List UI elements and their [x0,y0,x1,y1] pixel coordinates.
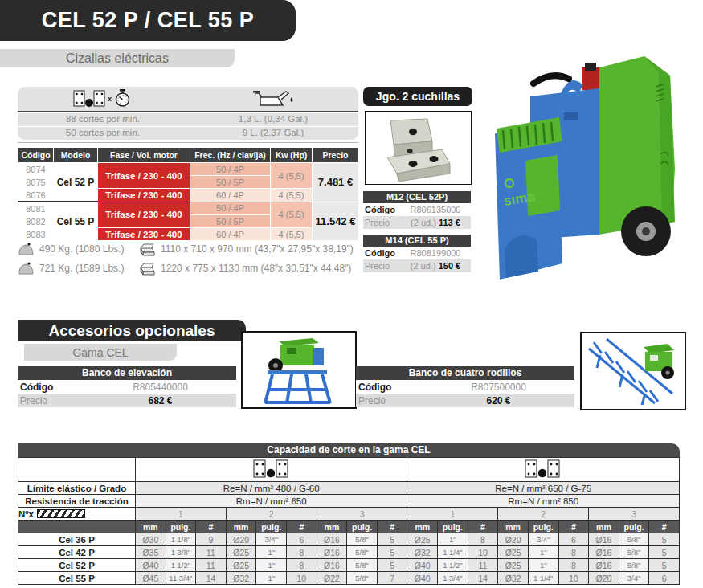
capacity-row-cel42p: Cel 42 P Ø351 3/8"11 Ø251"8 Ø165/8"5 Ø32… [18,546,680,559]
machine-icons-row [18,458,680,482]
frec-cell: 50 / 4P [190,163,271,176]
physical-specs: 490 Kg. (1080 Lbs.) 1110 x 710 x 970 mm … [18,239,358,278]
blade-precio-row: Precio (2 ud.) 150 € [363,259,471,272]
unit-header-row: mmpulg.# mmpulg.# mmpulg.# mmpulg.# mmpu… [18,521,680,533]
capacity-cell: 5 [377,533,407,546]
page-title: CEL 52 P / CEL 55 P [0,0,296,41]
precio-cell: 11.542 € [313,202,359,241]
fase-cell: Trifase / 230 - 400 [98,202,190,228]
modelo-cell: Cel 52 P [54,163,98,202]
empty-cell [18,521,136,533]
unit-number: # [558,521,589,533]
unit-number: # [468,521,498,533]
capacity-cell: 5/8" [347,559,378,572]
dimensions-box-icon [137,261,156,276]
capacity-cell: 1" [528,559,558,572]
frec-cell: 60 / 4P [190,189,271,202]
unit-pulg: pulg. [528,521,558,533]
cuts-value: 50 cortes por min. [18,127,188,140]
spec-table: Código Modelo Fase / Vol. motor Frec. (H… [18,147,359,241]
tensile-strength-row: Resistencia de tracción Rm=N / mm² 650 R… [18,495,680,508]
unit-mm: mm [226,521,256,533]
codigo-value: R807500000 [423,382,574,393]
capacity-cell: 10 [287,572,317,585]
accessory-card-rodillos: Banco de cuatro rodillos Código R8075000… [356,366,574,407]
capacity-cell: 5/8" [619,546,649,559]
accessories-subtitle-text: Gama CEL [72,346,128,359]
blade-card-m14: M14 (CEL 55 P) Código R808199000 Precio … [363,235,471,272]
cuts-value: 88 cortes por min. [18,113,188,126]
capacity-cell: 5 [649,546,680,559]
accessory-precio-row: Precio 682 € [18,394,236,407]
kw-cell: 4 (5,5) [271,189,313,202]
capacity-cell: 8 [287,559,317,572]
capacity-cell: 3/4" [528,533,558,546]
capacity-cell: 1" [438,533,468,546]
spec-row: 8074 Cel 52 P Trifase / 230 - 400 50 / 4… [18,163,359,176]
capacity-cell: 1" [256,572,287,585]
precio-label: Precio [363,218,400,227]
weight-icon [18,261,35,276]
capacity-cell: 14 [196,572,227,585]
blade-card-m12: M12 (CEL 52P) Código R806135000 Precio (… [363,191,471,229]
precio-label: Precio [18,395,84,406]
capacity-cell: Ø45 [136,572,166,585]
physical-row: 721 Kg. (1589 Lbs.) 1220 x 775 x 1130 mm… [18,259,358,278]
capacity-cell: 1 3/4" [438,572,468,585]
bar-count-label: Nºx [18,508,136,521]
col-precio: Precio [313,148,359,163]
capacity-cell: 1 1/2" [438,559,468,572]
blades-title-text: Jgo. 2 cuchillas [376,90,460,103]
page-title-text: CEL 52 P / CEL 55 P [42,8,255,33]
elastic-limit-label: Límite elástico / Grado [18,482,136,495]
unit-mm: mm [136,521,166,533]
model-label: Cel 52 P [18,559,136,572]
unit-pulg: pulg. [256,521,287,533]
unit-mm: mm [407,521,438,533]
unit-number: # [287,521,317,533]
codigo-label: Código [18,382,84,393]
capacity-cell: Ø32 [407,546,438,559]
capacity-cell: Ø16 [589,559,619,572]
tensile-strength-label: Resistencia de tracción [18,495,136,508]
fuel-capacity-icon [188,89,358,108]
capacity-cell: 5 [377,559,407,572]
capacity-cell: Ø20 [589,572,619,585]
rebar-sections-icon [407,458,680,482]
unit-number: # [649,521,680,533]
capacity-row-cel55p: Cel 55 P Ø4511 3/4"14 Ø321"10 Ø225/8"7 Ø… [18,572,680,585]
codigo-cell: 8076 [18,189,54,202]
capacity-cell: Ø22 [317,572,347,585]
model-label: Cel 36 P [18,533,136,546]
capacity-cell: Ø32 [226,572,256,585]
codigo-value: R805440000 [84,382,236,393]
capacity-cell: 10 [468,546,498,559]
group-number: 2 [498,508,589,521]
unit-pulg: pulg. [166,521,196,533]
capacity-cell: 3/4" [256,533,287,546]
precio-value: (2 ud.) 150 € [400,261,471,271]
accessories-title: Accesorios opcionales [18,320,246,341]
capacity-cell: Ø40 [136,559,166,572]
performance-row: 88 cortes por min. 1,3 L. (0,34 Gal.) [18,112,358,126]
capacity-row-cel52p: Cel 52 P Ø401 1/2"11 Ø251"8 Ø165/8"5 Ø40… [18,559,680,572]
capacity-cell: Ø32 [498,572,529,585]
capacity-cell: Ø16 [589,546,619,559]
spec-row: 8081 Cel 55 P Trifase / 230 - 400 50 / 4… [18,202,359,215]
dimensions-value: 1220 x 775 x 1130 mm (48"x 30,51"x 44,48… [161,263,351,274]
codigo-label: Código [363,248,400,258]
col-frec: Frec. (Hz / clavija) [190,148,271,163]
capacity-cell: 1 3/8" [166,546,196,559]
codigo-label: Código [356,382,423,393]
cutting-capacity-section: Capacidad de corte en la gama CEL [18,443,680,585]
precio-cell: 7.481 € [313,163,359,202]
capacity-cell: 11 [196,559,227,572]
codigo-cell: 8075 [18,176,54,189]
codigo-cell: 8074 [18,163,54,176]
bar-count-row: Nºx 1 2 3 1 2 3 [18,508,680,521]
codigo-value: R808199000 [400,248,471,258]
unit-number: # [196,521,227,533]
page-subtitle-text: Cizallas eléctricas [66,51,169,66]
accessory-card-elevacion: Banco de elevación Código R805440000 Pre… [18,366,236,407]
accessory-precio-row: Precio 620 € [356,394,574,407]
